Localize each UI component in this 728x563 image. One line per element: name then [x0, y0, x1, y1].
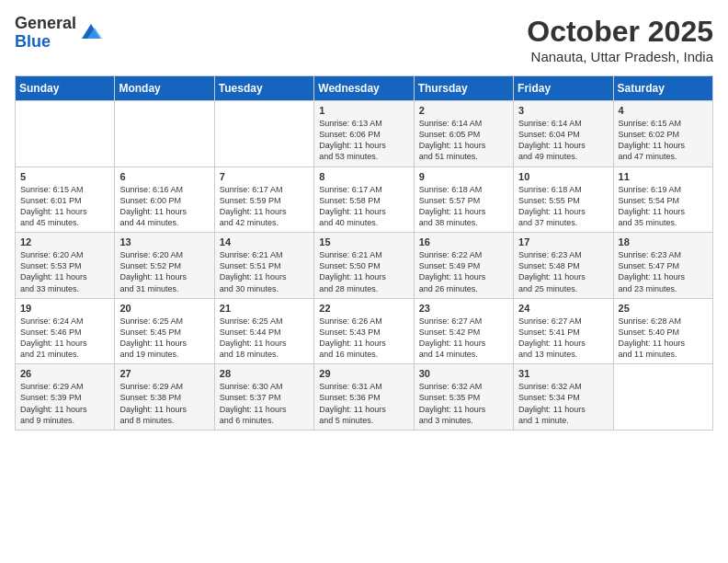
day-number: 29 [319, 368, 408, 379]
day-number: 7 [220, 171, 309, 182]
calendar-header-thursday: Thursday [414, 76, 513, 101]
calendar-header-tuesday: Tuesday [214, 76, 313, 101]
calendar-day-cell: 27Sunrise: 6:29 AM Sunset: 5:38 PM Dayli… [115, 364, 214, 431]
day-number: 20 [119, 303, 209, 314]
logo-general-text: General [15, 15, 76, 33]
day-info: Sunrise: 6:15 AM Sunset: 6:01 PM Dayligh… [20, 184, 109, 229]
calendar-day-cell: 7Sunrise: 6:17 AM Sunset: 5:59 PM Daylig… [214, 167, 313, 233]
calendar-header-row: SundayMondayTuesdayWednesdayThursdayFrid… [16, 76, 713, 101]
calendar-day-cell: 19Sunrise: 6:24 AM Sunset: 5:46 PM Dayli… [16, 298, 115, 364]
day-info: Sunrise: 6:18 AM Sunset: 5:55 PM Dayligh… [518, 184, 608, 229]
calendar-week-row: 19Sunrise: 6:24 AM Sunset: 5:46 PM Dayli… [16, 298, 713, 364]
day-info: Sunrise: 6:31 AM Sunset: 5:36 PM Dayligh… [319, 381, 408, 426]
day-info: Sunrise: 6:17 AM Sunset: 5:59 PM Dayligh… [220, 184, 309, 229]
day-number: 23 [419, 303, 508, 314]
day-info: Sunrise: 6:25 AM Sunset: 5:44 PM Dayligh… [220, 316, 309, 361]
calendar-day-cell: 9Sunrise: 6:18 AM Sunset: 5:57 PM Daylig… [414, 167, 513, 233]
calendar-week-row: 1Sunrise: 6:13 AM Sunset: 6:06 PM Daylig… [16, 101, 713, 167]
calendar-day-cell: 17Sunrise: 6:23 AM Sunset: 5:48 PM Dayli… [514, 233, 613, 299]
calendar-day-cell: 1Sunrise: 6:13 AM Sunset: 6:06 PM Daylig… [314, 101, 414, 167]
day-info: Sunrise: 6:26 AM Sunset: 5:43 PM Dayligh… [319, 316, 408, 361]
day-info: Sunrise: 6:32 AM Sunset: 5:35 PM Dayligh… [419, 381, 508, 426]
day-info: Sunrise: 6:21 AM Sunset: 5:51 PM Dayligh… [220, 249, 309, 294]
calendar-day-cell: 8Sunrise: 6:17 AM Sunset: 5:58 PM Daylig… [314, 167, 414, 233]
calendar-day-cell: 21Sunrise: 6:25 AM Sunset: 5:44 PM Dayli… [214, 298, 313, 364]
calendar-day-cell: 29Sunrise: 6:31 AM Sunset: 5:36 PM Dayli… [314, 364, 414, 431]
day-number: 14 [220, 236, 309, 247]
day-number: 31 [518, 368, 608, 379]
day-number: 6 [119, 171, 209, 182]
calendar-day-cell: 30Sunrise: 6:32 AM Sunset: 5:35 PM Dayli… [414, 364, 513, 431]
day-number: 21 [220, 303, 309, 314]
calendar-day-cell: 18Sunrise: 6:23 AM Sunset: 5:47 PM Dayli… [613, 233, 712, 299]
calendar-day-cell: 24Sunrise: 6:27 AM Sunset: 5:41 PM Dayli… [514, 298, 613, 364]
calendar-day-cell: 22Sunrise: 6:26 AM Sunset: 5:43 PM Dayli… [314, 298, 414, 364]
day-info: Sunrise: 6:32 AM Sunset: 5:34 PM Dayligh… [518, 381, 608, 426]
day-info: Sunrise: 6:25 AM Sunset: 5:45 PM Dayligh… [119, 316, 209, 361]
calendar-day-cell: 12Sunrise: 6:20 AM Sunset: 5:53 PM Dayli… [16, 233, 115, 299]
calendar-day-cell: 13Sunrise: 6:20 AM Sunset: 5:52 PM Dayli… [115, 233, 214, 299]
calendar-day-cell: 26Sunrise: 6:29 AM Sunset: 5:39 PM Dayli… [16, 364, 115, 431]
calendar-header-saturday: Saturday [613, 76, 712, 101]
calendar-week-row: 26Sunrise: 6:29 AM Sunset: 5:39 PM Dayli… [16, 364, 713, 431]
day-number: 3 [518, 105, 608, 116]
day-number: 25 [619, 303, 708, 314]
calendar-day-cell: 2Sunrise: 6:14 AM Sunset: 6:05 PM Daylig… [414, 101, 513, 167]
day-info: Sunrise: 6:16 AM Sunset: 6:00 PM Dayligh… [119, 184, 209, 229]
calendar-day-cell: 28Sunrise: 6:30 AM Sunset: 5:37 PM Dayli… [214, 364, 313, 431]
day-number: 24 [518, 303, 608, 314]
day-info: Sunrise: 6:23 AM Sunset: 5:48 PM Dayligh… [518, 249, 608, 294]
day-number: 8 [319, 171, 408, 182]
day-info: Sunrise: 6:27 AM Sunset: 5:41 PM Dayligh… [518, 316, 608, 361]
day-number: 5 [20, 171, 109, 182]
title-block: October 2025 Nanauta, Uttar Pradesh, Ind… [527, 15, 713, 64]
location: Nanauta, Uttar Pradesh, India [527, 49, 713, 64]
day-number: 11 [619, 171, 708, 182]
day-number: 12 [20, 236, 109, 247]
day-number: 15 [319, 236, 408, 247]
day-number: 13 [119, 236, 209, 247]
day-number: 30 [419, 368, 508, 379]
day-number: 9 [419, 171, 508, 182]
calendar-day-cell [115, 101, 214, 167]
calendar-day-cell: 4Sunrise: 6:15 AM Sunset: 6:02 PM Daylig… [613, 101, 712, 167]
day-info: Sunrise: 6:14 AM Sunset: 6:05 PM Dayligh… [419, 118, 508, 163]
day-number: 4 [619, 105, 708, 116]
calendar-table: SundayMondayTuesdayWednesdayThursdayFrid… [15, 75, 713, 431]
calendar-week-row: 12Sunrise: 6:20 AM Sunset: 5:53 PM Dayli… [16, 233, 713, 299]
day-info: Sunrise: 6:29 AM Sunset: 5:38 PM Dayligh… [119, 381, 209, 426]
calendar-header-friday: Friday [514, 76, 613, 101]
calendar-day-cell [214, 101, 313, 167]
day-number: 10 [518, 171, 608, 182]
day-number: 1 [319, 105, 408, 116]
calendar-day-cell: 3Sunrise: 6:14 AM Sunset: 6:04 PM Daylig… [514, 101, 613, 167]
calendar-day-cell: 11Sunrise: 6:19 AM Sunset: 5:54 PM Dayli… [613, 167, 712, 233]
calendar-day-cell: 14Sunrise: 6:21 AM Sunset: 5:51 PM Dayli… [214, 233, 313, 299]
day-info: Sunrise: 6:18 AM Sunset: 5:57 PM Dayligh… [419, 184, 508, 229]
calendar-header-sunday: Sunday [16, 76, 115, 101]
calendar-day-cell: 31Sunrise: 6:32 AM Sunset: 5:34 PM Dayli… [514, 364, 613, 431]
logo-blue-text: Blue [15, 33, 76, 52]
calendar-day-cell: 25Sunrise: 6:28 AM Sunset: 5:40 PM Dayli… [613, 298, 712, 364]
calendar-day-cell: 6Sunrise: 6:16 AM Sunset: 6:00 PM Daylig… [115, 167, 214, 233]
calendar-day-cell [16, 101, 115, 167]
day-info: Sunrise: 6:24 AM Sunset: 5:46 PM Dayligh… [20, 316, 109, 361]
day-info: Sunrise: 6:17 AM Sunset: 5:58 PM Dayligh… [319, 184, 408, 229]
day-info: Sunrise: 6:23 AM Sunset: 5:47 PM Dayligh… [619, 249, 708, 294]
day-number: 27 [119, 368, 209, 379]
day-number: 2 [419, 105, 508, 116]
calendar-header-monday: Monday [115, 76, 214, 101]
calendar-day-cell: 23Sunrise: 6:27 AM Sunset: 5:42 PM Dayli… [414, 298, 513, 364]
day-info: Sunrise: 6:14 AM Sunset: 6:04 PM Dayligh… [518, 118, 608, 163]
month-title: October 2025 [527, 15, 713, 49]
day-info: Sunrise: 6:19 AM Sunset: 5:54 PM Dayligh… [619, 184, 708, 229]
day-info: Sunrise: 6:27 AM Sunset: 5:42 PM Dayligh… [419, 316, 508, 361]
calendar-week-row: 5Sunrise: 6:15 AM Sunset: 6:01 PM Daylig… [16, 167, 713, 233]
day-number: 16 [419, 236, 508, 247]
day-info: Sunrise: 6:28 AM Sunset: 5:40 PM Dayligh… [619, 316, 708, 361]
calendar-day-cell [613, 364, 712, 431]
calendar-day-cell: 20Sunrise: 6:25 AM Sunset: 5:45 PM Dayli… [115, 298, 214, 364]
day-info: Sunrise: 6:15 AM Sunset: 6:02 PM Dayligh… [619, 118, 708, 163]
calendar-day-cell: 15Sunrise: 6:21 AM Sunset: 5:50 PM Dayli… [314, 233, 414, 299]
day-info: Sunrise: 6:21 AM Sunset: 5:50 PM Dayligh… [319, 249, 408, 294]
